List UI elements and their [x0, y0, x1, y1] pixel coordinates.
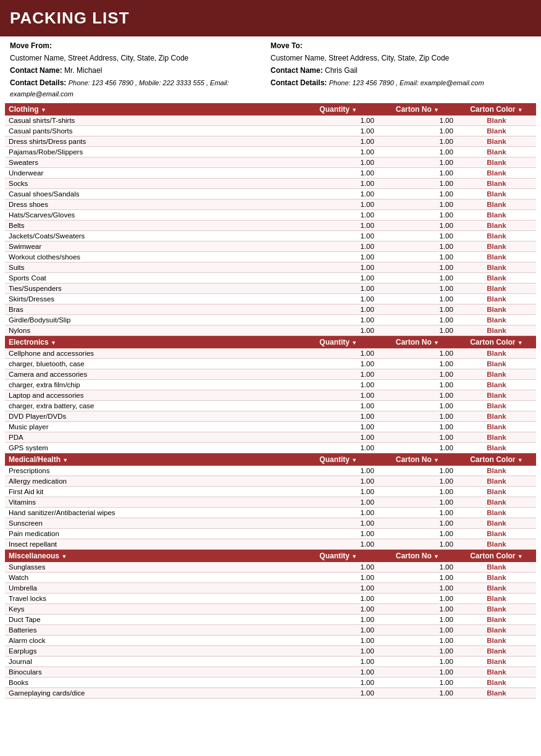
item-carton-no[interactable]: 1.00: [378, 147, 457, 158]
item-carton-color[interactable]: Blank: [457, 432, 536, 443]
col-header-quantity[interactable]: Quantity ▼: [299, 103, 378, 116]
item-quantity[interactable]: 1.00: [299, 231, 378, 242]
item-carton-no[interactable]: 1.00: [378, 220, 457, 231]
item-carton-no[interactable]: 1.00: [378, 390, 457, 401]
item-carton-no[interactable]: 1.00: [378, 497, 457, 508]
item-carton-color[interactable]: Blank: [457, 497, 536, 508]
item-quantity[interactable]: 1.00: [299, 326, 378, 336]
item-quantity[interactable]: 1.00: [299, 573, 378, 583]
item-carton-color[interactable]: Blank: [457, 466, 536, 476]
item-carton-color[interactable]: Blank: [457, 304, 536, 315]
item-carton-color[interactable]: Blank: [457, 646, 536, 657]
item-quantity[interactable]: 1.00: [299, 348, 378, 359]
item-carton-color[interactable]: Blank: [457, 326, 536, 336]
item-carton-color[interactable]: Blank: [457, 242, 536, 252]
col-header-color[interactable]: Carton Color ▼: [457, 550, 536, 563]
item-carton-no[interactable]: 1.00: [378, 315, 457, 326]
item-carton-no[interactable]: 1.00: [378, 411, 457, 422]
item-quantity[interactable]: 1.00: [299, 678, 378, 688]
item-carton-color[interactable]: Blank: [457, 390, 536, 401]
col-header-carton[interactable]: Carton No ▼: [378, 103, 457, 116]
item-carton-no[interactable]: 1.00: [378, 573, 457, 583]
item-carton-color[interactable]: Blank: [457, 625, 536, 636]
col-header-carton[interactable]: Carton No ▼: [378, 453, 457, 466]
item-carton-color[interactable]: Blank: [457, 200, 536, 210]
col-header-carton[interactable]: Carton No ▼: [378, 336, 457, 349]
item-carton-no[interactable]: 1.00: [378, 487, 457, 497]
item-carton-no[interactable]: 1.00: [378, 636, 457, 646]
item-carton-no[interactable]: 1.00: [378, 657, 457, 667]
col-header-quantity[interactable]: Quantity ▼: [299, 550, 378, 563]
item-quantity[interactable]: 1.00: [299, 178, 378, 189]
item-carton-no[interactable]: 1.00: [378, 646, 457, 657]
item-quantity[interactable]: 1.00: [299, 200, 378, 210]
item-quantity[interactable]: 1.00: [299, 562, 378, 573]
item-carton-no[interactable]: 1.00: [378, 273, 457, 284]
item-carton-color[interactable]: Blank: [457, 678, 536, 688]
item-carton-color[interactable]: Blank: [457, 476, 536, 487]
item-quantity[interactable]: 1.00: [299, 539, 378, 550]
item-carton-color[interactable]: Blank: [457, 126, 536, 136]
item-carton-no[interactable]: 1.00: [378, 625, 457, 636]
item-quantity[interactable]: 1.00: [299, 369, 378, 380]
item-carton-color[interactable]: Blank: [457, 518, 536, 529]
item-carton-no[interactable]: 1.00: [378, 422, 457, 432]
item-carton-color[interactable]: Blank: [457, 657, 536, 667]
item-quantity[interactable]: 1.00: [299, 136, 378, 147]
item-carton-color[interactable]: Blank: [457, 359, 536, 369]
item-carton-color[interactable]: Blank: [457, 604, 536, 615]
item-carton-no[interactable]: 1.00: [378, 284, 457, 294]
item-quantity[interactable]: 1.00: [299, 443, 378, 453]
item-carton-no[interactable]: 1.00: [378, 158, 457, 168]
item-carton-color[interactable]: Blank: [457, 284, 536, 294]
item-carton-no[interactable]: 1.00: [378, 604, 457, 615]
item-carton-no[interactable]: 1.00: [378, 476, 457, 487]
item-quantity[interactable]: 1.00: [299, 158, 378, 168]
item-carton-color[interactable]: Blank: [457, 369, 536, 380]
item-quantity[interactable]: 1.00: [299, 315, 378, 326]
item-carton-color[interactable]: Blank: [457, 273, 536, 284]
item-quantity[interactable]: 1.00: [299, 411, 378, 422]
item-carton-no[interactable]: 1.00: [378, 126, 457, 136]
item-carton-no[interactable]: 1.00: [378, 200, 457, 210]
item-quantity[interactable]: 1.00: [299, 210, 378, 220]
item-carton-color[interactable]: Blank: [457, 562, 536, 573]
item-carton-color[interactable]: Blank: [457, 508, 536, 518]
item-carton-no[interactable]: 1.00: [378, 615, 457, 625]
item-quantity[interactable]: 1.00: [299, 294, 378, 304]
item-quantity[interactable]: 1.00: [299, 625, 378, 636]
item-quantity[interactable]: 1.00: [299, 646, 378, 657]
item-quantity[interactable]: 1.00: [299, 147, 378, 158]
item-carton-color[interactable]: Blank: [457, 158, 536, 168]
item-carton-color[interactable]: Blank: [457, 594, 536, 604]
item-carton-color[interactable]: Blank: [457, 168, 536, 178]
item-quantity[interactable]: 1.00: [299, 529, 378, 539]
item-quantity[interactable]: 1.00: [299, 476, 378, 487]
item-carton-no[interactable]: 1.00: [378, 231, 457, 242]
col-header-color[interactable]: Carton Color ▼: [457, 336, 536, 349]
item-quantity[interactable]: 1.00: [299, 262, 378, 273]
item-carton-no[interactable]: 1.00: [378, 359, 457, 369]
item-carton-color[interactable]: Blank: [457, 116, 536, 126]
item-carton-color[interactable]: Blank: [457, 294, 536, 304]
item-carton-no[interactable]: 1.00: [378, 210, 457, 220]
col-header-quantity[interactable]: Quantity ▼: [299, 453, 378, 466]
item-carton-color[interactable]: Blank: [457, 539, 536, 550]
item-carton-color[interactable]: Blank: [457, 615, 536, 625]
col-header-carton[interactable]: Carton No ▼: [378, 550, 457, 563]
item-carton-color[interactable]: Blank: [457, 380, 536, 390]
item-carton-color[interactable]: Blank: [457, 315, 536, 326]
item-carton-no[interactable]: 1.00: [378, 304, 457, 315]
item-carton-no[interactable]: 1.00: [378, 432, 457, 443]
item-carton-no[interactable]: 1.00: [378, 326, 457, 336]
item-carton-no[interactable]: 1.00: [378, 189, 457, 200]
item-carton-no[interactable]: 1.00: [378, 168, 457, 178]
item-carton-no[interactable]: 1.00: [378, 242, 457, 252]
item-carton-no[interactable]: 1.00: [378, 262, 457, 273]
item-quantity[interactable]: 1.00: [299, 508, 378, 518]
item-carton-no[interactable]: 1.00: [378, 539, 457, 550]
item-quantity[interactable]: 1.00: [299, 422, 378, 432]
item-carton-no[interactable]: 1.00: [378, 688, 457, 699]
item-quantity[interactable]: 1.00: [299, 604, 378, 615]
item-carton-no[interactable]: 1.00: [378, 594, 457, 604]
